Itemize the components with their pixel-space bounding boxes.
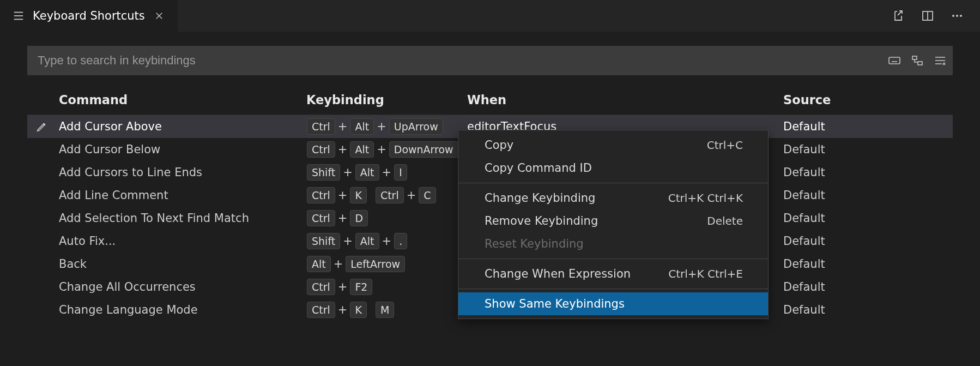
menu-item[interactable]: Show Same Keybindings (458, 292, 768, 315)
keybinding-cell: Ctrl+KM (300, 298, 461, 321)
menu-item-label: Change When Expression (485, 267, 631, 280)
svg-point-9 (960, 15, 962, 17)
keybinding-cell: Ctrl+Alt+DownArrow (300, 138, 461, 161)
source-cell: Default (777, 207, 953, 230)
split-editor-icon[interactable] (920, 8, 935, 23)
menu-item[interactable]: Change When ExpressionCtrl+K Ctrl+E (458, 262, 768, 285)
key-cap: Ctrl (307, 302, 335, 318)
menu-item: Reset Keybinding (458, 232, 768, 255)
plus-separator: + (380, 235, 394, 248)
keybinding-cell: Shift+Alt+I (300, 161, 461, 184)
command-label: Add Cursor Below (59, 143, 160, 156)
context-menu: CopyCtrl+CCopy Command IDChange Keybindi… (458, 130, 769, 319)
key-cap: . (394, 233, 407, 249)
key-cap: Alt (307, 256, 331, 272)
tab-bar: Keyboard Shortcuts (0, 0, 980, 32)
key-cap: Ctrl (307, 279, 335, 295)
key-cap: K (350, 302, 366, 318)
command-label: Add Cursor Above (59, 120, 162, 133)
plus-separator: + (336, 189, 350, 202)
plus-separator: + (374, 120, 389, 133)
keybinding-cell: Ctrl+F2 (300, 275, 461, 298)
record-keys-icon[interactable] (887, 53, 902, 68)
command-label: Add Line Comment (59, 189, 168, 202)
more-actions-icon[interactable] (949, 8, 965, 23)
menu-item[interactable]: CopyCtrl+C (458, 134, 768, 157)
key-cap: M (376, 302, 394, 318)
menu-item[interactable]: Remove KeybindingDelete (458, 209, 768, 232)
key-cap: I (394, 164, 407, 181)
sort-precedence-icon[interactable] (910, 53, 925, 68)
source-cell: Default (777, 138, 953, 161)
menu-item-label: Copy (485, 139, 513, 152)
col-command[interactable]: Command (27, 85, 300, 115)
menu-item-accelerator: Ctrl+K Ctrl+K (668, 191, 743, 205)
menu-item-label: Show Same Keybindings (485, 297, 625, 310)
menu-item-accelerator: Ctrl+C (707, 139, 743, 152)
command-label: Add Cursors to Line Ends (59, 166, 202, 179)
svg-rect-17 (918, 62, 922, 65)
col-keybinding[interactable]: Keybinding (300, 85, 461, 115)
menu-item[interactable]: Change KeybindingCtrl+K Ctrl+K (458, 187, 768, 209)
source-cell: Default (777, 115, 953, 138)
plus-separator: + (331, 257, 346, 271)
key-cap: UpArrow (389, 118, 443, 135)
plus-separator: + (336, 143, 350, 156)
plus-separator: + (336, 120, 350, 133)
menu-item[interactable]: Copy Command ID (458, 157, 768, 179)
search-input[interactable] (38, 53, 887, 68)
col-source[interactable]: Source (777, 85, 953, 115)
source-cell: Default (777, 275, 953, 298)
keybinding-cell: Ctrl+KCtrl+C (300, 184, 461, 207)
tab-keyboard-shortcuts[interactable]: Keyboard Shortcuts (0, 0, 178, 32)
tab-title: Keyboard Shortcuts (33, 9, 145, 22)
command-label: Change All Occurrences (59, 280, 196, 293)
plus-separator: + (341, 235, 355, 248)
plus-separator: + (374, 143, 389, 156)
keybinding-cell: Shift+Alt+. (300, 230, 461, 253)
key-cap: Shift (307, 164, 340, 181)
command-label: Back (59, 257, 87, 271)
plus-separator: + (336, 280, 350, 293)
key-cap: Alt (350, 141, 374, 158)
menu-separator (458, 289, 768, 289)
plus-separator: + (336, 303, 350, 316)
plus-separator: + (341, 166, 355, 179)
menu-separator (458, 259, 768, 259)
plus-separator: + (404, 189, 419, 202)
key-cap: D (350, 210, 368, 226)
key-cap: Alt (355, 233, 379, 249)
command-label: Add Selection To Next Find Match (59, 212, 249, 225)
key-cap: Shift (307, 233, 340, 249)
key-cap: C (419, 187, 435, 203)
menu-item-accelerator: Delete (707, 214, 743, 227)
menu-item-label: Copy Command ID (485, 161, 592, 175)
editor-actions (875, 0, 980, 32)
key-cap: Ctrl (376, 187, 404, 203)
keybinding-cell: Ctrl+Alt+UpArrow (300, 115, 461, 138)
svg-rect-10 (889, 57, 900, 64)
menu-separator (458, 183, 768, 183)
edit-keybinding-icon[interactable] (35, 119, 49, 134)
source-cell: Default (777, 298, 953, 321)
plus-separator: + (380, 166, 394, 179)
key-cap: Alt (350, 118, 374, 135)
keybinding-cell: Ctrl+D (300, 207, 461, 230)
menu-item-label: Change Keybinding (485, 191, 595, 205)
key-cap: Alt (355, 164, 379, 181)
source-cell: Default (777, 230, 953, 253)
key-cap: Ctrl (307, 210, 335, 226)
source-cell: Default (777, 253, 953, 275)
command-label: Change Language Mode (59, 303, 198, 316)
key-cap: Ctrl (307, 187, 335, 203)
close-icon[interactable] (153, 9, 166, 22)
keybinding-cell: Alt+LeftArrow (300, 253, 461, 275)
open-keybindings-json-icon[interactable] (891, 8, 906, 23)
key-cap: Ctrl (307, 118, 335, 135)
clear-search-icon[interactable] (933, 53, 948, 68)
col-when[interactable]: When (461, 85, 777, 115)
svg-point-7 (952, 15, 954, 17)
command-label: Auto Fix... (59, 235, 116, 248)
key-cap: K (350, 187, 366, 203)
menu-item-accelerator: Ctrl+K Ctrl+E (668, 267, 743, 280)
